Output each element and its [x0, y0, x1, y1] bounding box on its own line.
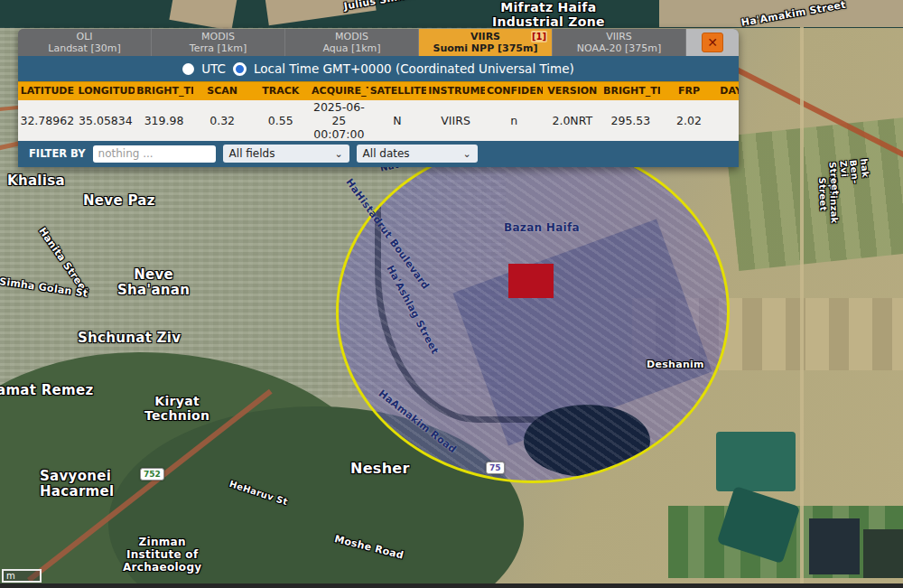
local-time-label: Local Time GMT+0000 (Coordinated Univers… [254, 61, 574, 76]
local-time-radio[interactable] [233, 62, 247, 76]
table-cell: N [368, 100, 427, 141]
close-icon[interactable]: ✕ [702, 33, 723, 52]
reservoir [716, 432, 796, 491]
column-header[interactable]: BRIGHT_TI5 [601, 82, 660, 100]
filter-dates-value: All dates [363, 147, 410, 160]
bottom-attribution-bar [0, 583, 903, 588]
utc-radio[interactable] [182, 63, 194, 75]
filter-fields-value: All fields [229, 147, 275, 160]
column-header[interactable]: TRACK [251, 82, 310, 100]
table-cell: 319.98 [135, 100, 193, 141]
chevron-down-icon: ⌄ [334, 148, 342, 160]
table-cell: 32.78962 [18, 100, 77, 141]
filter-by-label: FILTER BY [29, 147, 86, 160]
column-header[interactable]: BRIGHT_TI4 [135, 82, 193, 100]
table-cell: VIIRS [426, 100, 485, 141]
filter-fields-select[interactable]: All fields ⌄ [223, 145, 349, 163]
fire-table: LATITUDELONGITUDEBRIGHT_TI4SCANTRACKACQU… [18, 81, 739, 141]
road [800, 27, 804, 587]
table-body: 32.7896235.05834319.980.320.552025-06-25… [18, 100, 739, 141]
dark-field [863, 529, 903, 578]
tab-viirs-noaa20[interactable]: VIIRSNOAA-20 [375m] [553, 29, 686, 56]
column-header[interactable]: DAYNIGHT [718, 82, 739, 100]
tab-oli-landsat[interactable]: OLILandsat [30m] [18, 29, 152, 56]
table-cell: n [485, 100, 544, 141]
shore-land [659, 0, 903, 27]
table-cell: 2025-06-25 00:07:00 [310, 100, 368, 141]
column-header[interactable]: FRP [660, 82, 719, 100]
tab-modis-aqua[interactable]: MODISAqua [1km] [285, 29, 419, 56]
table-cell: 35.05834 [77, 100, 135, 141]
dark-field [809, 518, 860, 574]
time-toggle-row: UTC Local Time GMT+0000 (Coordinated Uni… [18, 56, 739, 81]
sensor-tabs: OLILandsat [30m]MODISTerra [1km]MODISAqu… [18, 29, 739, 56]
tab-count-badge: [1] [531, 31, 547, 42]
utc-label: UTC [201, 61, 226, 76]
column-header[interactable]: VERSION [543, 82, 601, 100]
chevron-down-icon: ⌄ [462, 148, 470, 160]
tab-viirs-snpp[interactable]: VIIRSSuomi NPP [375m][1] [419, 29, 553, 56]
column-header[interactable]: CONFIDENCE [485, 82, 544, 100]
table-row[interactable]: 32.7896235.05834319.980.320.552025-06-25… [18, 100, 739, 141]
table-cell: 2.0NRT [543, 100, 601, 141]
map-scale-bar: m [2, 569, 42, 583]
table-cell: N [718, 100, 739, 141]
overlay-texture [339, 143, 727, 481]
table-cell: 295.53 [601, 100, 660, 141]
tab-modis-terra[interactable]: MODISTerra [1km] [152, 29, 285, 56]
column-header[interactable]: LATITUDE [18, 82, 77, 100]
filter-text-input[interactable] [93, 145, 216, 163]
table-cell: 0.55 [251, 100, 310, 141]
table-cell: 0.32 [193, 100, 252, 141]
column-header[interactable]: INSTRUMENT [426, 82, 485, 100]
column-header[interactable]: SCAN [193, 82, 252, 100]
table-header-row: LATITUDELONGITUDEBRIGHT_TI4SCANTRACKACQU… [18, 82, 739, 100]
column-header[interactable]: LONGITUDE [77, 82, 135, 100]
satellite-map[interactable]: Julius Simon StreetMifratz Haifa Industr… [0, 0, 903, 588]
column-header[interactable]: ACQUIRE_TIME [310, 82, 368, 100]
column-header[interactable]: SATELLITE [368, 82, 427, 100]
fire-data-panel: OLILandsat [30m]MODISTerra [1km]MODISAqu… [18, 29, 739, 167]
tabbar-end: ✕ [686, 29, 739, 56]
fire-table-wrap: LATITUDELONGITUDEBRIGHT_TI4SCANTRACKACQU… [18, 81, 739, 141]
table-cell: 2.02 [660, 100, 719, 141]
filter-dates-select[interactable]: All dates ⌄ [357, 145, 478, 163]
detection-radius-circle [336, 140, 730, 483]
filter-row: FILTER BY All fields ⌄ All dates ⌄ [18, 141, 739, 167]
fire-pixel-marker[interactable] [508, 264, 554, 298]
